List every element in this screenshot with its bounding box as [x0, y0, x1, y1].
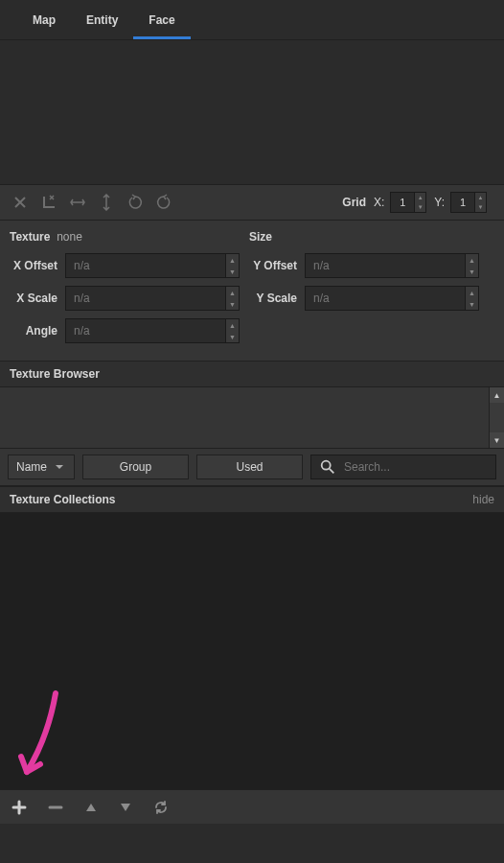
- texture-browser-scrollbar[interactable]: ▲ ▼: [489, 387, 504, 448]
- scroll-track[interactable]: [490, 403, 504, 432]
- tab-map[interactable]: Map: [17, 0, 71, 39]
- grid-y-spinner[interactable]: ▲▼: [450, 192, 487, 213]
- spinner-up-icon[interactable]: ▲: [466, 287, 478, 298]
- spinner-up-icon[interactable]: ▲: [475, 193, 486, 202]
- y-scale-label: Y Scale: [249, 292, 305, 305]
- collections-bottom-bar: [0, 789, 504, 824]
- y-offset-label: Y Offset: [249, 259, 305, 272]
- spinner-down-icon[interactable]: ▼: [466, 266, 478, 277]
- y-offset-input[interactable]: [306, 254, 465, 277]
- grid-y-input[interactable]: [451, 193, 474, 212]
- spinner-down-icon[interactable]: ▼: [415, 202, 425, 212]
- group-button[interactable]: Group: [82, 455, 189, 479]
- spinner-up-icon[interactable]: ▲: [466, 254, 478, 266]
- spinner-down-icon[interactable]: ▼: [226, 298, 239, 310]
- move-down-icon[interactable]: [119, 801, 132, 814]
- angle-field[interactable]: ▲▼: [65, 318, 240, 343]
- x-offset-label: X Offset: [10, 259, 65, 272]
- spinner-down-icon[interactable]: ▼: [226, 266, 239, 277]
- y-offset-field[interactable]: ▲▼: [305, 253, 479, 278]
- x-scale-field[interactable]: ▲▼: [65, 286, 240, 311]
- sort-dropdown[interactable]: Name: [8, 455, 75, 479]
- sort-dropdown-label: Name: [16, 460, 47, 474]
- reset-axis-icon[interactable]: [38, 192, 59, 213]
- spinner-up-icon[interactable]: ▲: [226, 287, 239, 298]
- annotation-arrow: [11, 689, 69, 785]
- grid-y-label: Y:: [434, 196, 445, 209]
- texture-properties: Texture none Size X Offset ▲▼ Y Offset ▲…: [0, 221, 504, 361]
- svg-point-0: [322, 461, 331, 470]
- hide-link[interactable]: hide: [472, 493, 494, 506]
- remove-collection-icon[interactable]: [48, 800, 63, 815]
- spinner-up-icon[interactable]: ▲: [415, 193, 425, 202]
- texture-collections-title: Texture Collections: [10, 493, 115, 506]
- grid-x-spinner[interactable]: ▲▼: [390, 192, 426, 213]
- search-field[interactable]: [310, 455, 496, 479]
- spinner-down-icon[interactable]: ▼: [475, 202, 486, 212]
- flip-vertical-icon[interactable]: [96, 192, 117, 213]
- x-offset-input[interactable]: [66, 254, 225, 277]
- texture-collections-body: [0, 513, 504, 789]
- chevron-down-icon: [55, 462, 64, 472]
- viewport-area: [0, 40, 504, 184]
- add-collection-icon[interactable]: [11, 800, 27, 815]
- search-input[interactable]: [344, 460, 488, 474]
- scroll-down-icon[interactable]: ▼: [490, 432, 504, 448]
- spinner-down-icon[interactable]: ▼: [466, 298, 478, 310]
- size-header: Size: [249, 230, 272, 244]
- spinner-up-icon[interactable]: ▲: [226, 254, 239, 266]
- grid-label: Grid: [342, 196, 366, 209]
- rotate-cw-icon[interactable]: [153, 192, 174, 213]
- texture-browser-header: Texture Browser: [0, 361, 504, 387]
- y-scale-input[interactable]: [306, 287, 465, 310]
- tab-bar: Map Entity Face: [0, 0, 504, 40]
- spinner-down-icon[interactable]: ▼: [226, 331, 239, 342]
- texture-collections-header: Texture Collections hide: [0, 486, 504, 513]
- refresh-icon[interactable]: [153, 800, 169, 815]
- scroll-up-icon[interactable]: ▲: [490, 387, 504, 403]
- x-scale-input[interactable]: [66, 287, 225, 310]
- texture-name-value: none: [57, 230, 82, 244]
- move-up-icon[interactable]: [84, 801, 98, 814]
- grid-x-label: X:: [374, 196, 384, 209]
- rotate-ccw-icon[interactable]: [125, 192, 146, 213]
- spinner-up-icon[interactable]: ▲: [226, 319, 239, 331]
- grid-x-input[interactable]: [391, 193, 414, 212]
- texture-header: Texture: [10, 230, 50, 244]
- y-scale-field[interactable]: ▲▼: [305, 286, 479, 311]
- texture-browser-body: ▲ ▼: [0, 387, 504, 449]
- angle-label: Angle: [10, 324, 65, 338]
- tab-face[interactable]: Face: [133, 0, 190, 39]
- close-icon[interactable]: [10, 192, 31, 213]
- tab-entity[interactable]: Entity: [71, 0, 133, 39]
- texture-browser-controls: Name Group Used: [0, 449, 504, 486]
- used-button[interactable]: Used: [196, 455, 303, 479]
- flip-horizontal-icon[interactable]: [67, 192, 88, 213]
- texture-browser-title: Texture Browser: [10, 367, 100, 381]
- x-offset-field[interactable]: ▲▼: [65, 253, 240, 278]
- angle-input[interactable]: [66, 319, 225, 342]
- search-icon: [319, 458, 336, 476]
- face-toolbar: Grid X: ▲▼ Y: ▲▼: [0, 184, 504, 221]
- x-scale-label: X Scale: [10, 292, 65, 305]
